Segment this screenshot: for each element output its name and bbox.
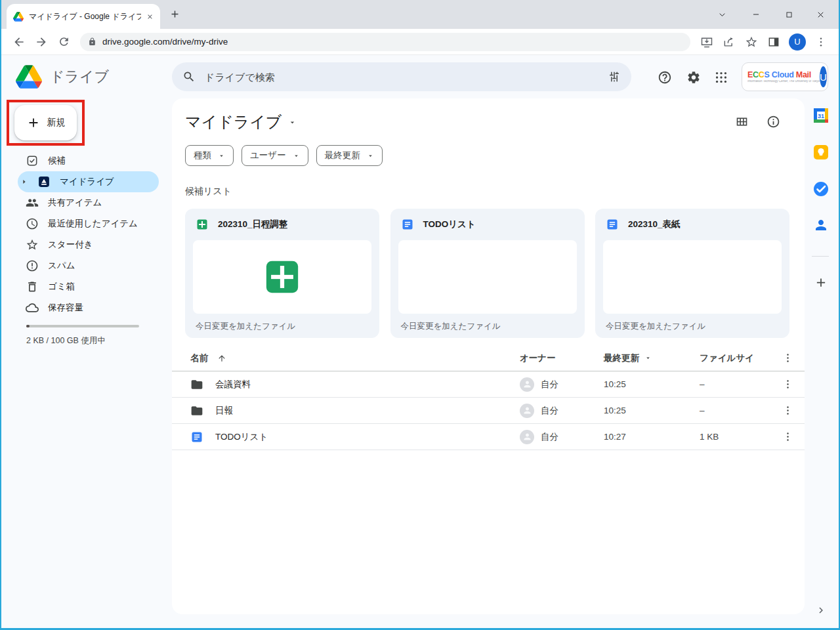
row-more-icon[interactable] xyxy=(770,431,805,442)
sidebar-item-label: 候補 xyxy=(48,155,66,167)
info-icon[interactable] xyxy=(765,114,781,129)
account-chip[interactable]: ECCS Cloud Mail Information Technology C… xyxy=(742,62,828,91)
drive-logo-icon[interactable] xyxy=(16,65,42,89)
new-tab-button[interactable] xyxy=(169,9,180,20)
sidebar-item-trash[interactable]: ゴミ箱 xyxy=(18,276,159,297)
search-input[interactable] xyxy=(205,72,598,83)
install-icon[interactable] xyxy=(696,31,718,53)
keep-icon[interactable] xyxy=(812,144,830,163)
settings-gear-icon[interactable] xyxy=(686,70,702,85)
window-chevron-button[interactable] xyxy=(707,0,736,29)
table-row[interactable]: 会議資料 自分 10:25 – xyxy=(172,371,805,398)
suggested-card-cover[interactable]: 202310_表紙 今日変更を加えたファイル xyxy=(595,209,789,338)
cloud-icon xyxy=(26,301,39,314)
sidebar-item-recent[interactable]: 最近使用したアイテム xyxy=(18,213,159,234)
file-size: 1 KB xyxy=(700,432,719,442)
reload-button[interactable] xyxy=(52,31,75,53)
grid-view-icon[interactable] xyxy=(734,114,749,129)
chip-label: ユーザー xyxy=(250,150,286,161)
sheets-preview-icon xyxy=(263,258,301,296)
owner-avatar xyxy=(520,404,534,418)
sidebar-item-label: 共有アイテム xyxy=(48,197,102,209)
modified-time: 10:25 xyxy=(604,406,626,415)
card-title: 202310_日程調整 xyxy=(218,219,288,230)
header-modified[interactable]: 最終更新 xyxy=(604,352,639,364)
chevron-down-icon xyxy=(293,152,300,159)
back-button[interactable] xyxy=(8,31,30,53)
side-panel-icon[interactable] xyxy=(763,31,785,53)
sort-arrow-up-icon[interactable] xyxy=(217,354,226,363)
lock-icon[interactable] xyxy=(88,37,96,46)
eccs-tagline: Information Technology Center, The Unive… xyxy=(747,80,820,83)
filter-chip-modified[interactable]: 最終更新 xyxy=(316,145,383,166)
tasks-icon[interactable] xyxy=(812,180,830,200)
sidebar-item-starred[interactable]: スター付き xyxy=(18,234,159,255)
tab-close-icon[interactable] xyxy=(146,13,154,20)
expand-arrow-icon[interactable] xyxy=(20,178,28,185)
share-icon[interactable] xyxy=(718,31,740,53)
apps-grid-icon[interactable] xyxy=(713,70,729,85)
docs-file-icon xyxy=(401,218,414,231)
window-maximize-button[interactable] xyxy=(774,0,803,29)
sidebar-item-storage[interactable]: 保存容量 xyxy=(18,297,159,318)
filter-chip-user[interactable]: ユーザー xyxy=(242,145,308,166)
row-more-icon[interactable] xyxy=(770,379,805,390)
card-preview xyxy=(193,240,371,314)
sidebar-item-my-drive[interactable]: マイドライブ xyxy=(18,171,159,192)
browser-navbar: drive.google.com/drive/my-drive U xyxy=(1,29,839,55)
search-icon[interactable] xyxy=(182,70,196,83)
suggested-card-sheet[interactable]: 202310_日程調整 今日変更を加えたファイル xyxy=(185,209,379,338)
help-icon[interactable] xyxy=(657,70,673,85)
forward-button[interactable] xyxy=(30,31,52,53)
table-row[interactable]: TODOリスト 自分 10:27 1 KB xyxy=(172,424,805,450)
browser-menu-icon[interactable] xyxy=(810,31,832,53)
sidebar-item-suggested[interactable]: 候補 xyxy=(18,150,159,171)
bookmark-star-icon[interactable] xyxy=(740,31,763,53)
window-close-button[interactable] xyxy=(806,0,835,29)
sidebar-item-shared[interactable]: 共有アイテム xyxy=(18,192,159,213)
header-owner[interactable]: オーナー xyxy=(520,352,556,364)
owner-name: 自分 xyxy=(541,405,558,417)
table-header-row: 名前 オーナー 最終更新 ファイルサイ xyxy=(172,345,805,371)
storage-usage-text: 2 KB / 100 GB 使用中 xyxy=(26,335,106,346)
header-more-icon[interactable] xyxy=(770,352,805,364)
row-more-icon[interactable] xyxy=(770,405,805,416)
browser-tab[interactable]: マイドライブ - Google ドライブ xyxy=(7,4,160,29)
sidebar-item-spam[interactable]: スパム xyxy=(18,255,159,276)
contacts-icon[interactable] xyxy=(813,217,829,236)
chevron-down-icon xyxy=(218,152,225,159)
header-name[interactable]: 名前 xyxy=(190,352,208,364)
card-title: 202310_表紙 xyxy=(628,219,681,230)
storage-progress-fill xyxy=(26,325,30,327)
browser-profile-avatar[interactable]: U xyxy=(789,33,806,51)
card-preview xyxy=(398,240,577,314)
rail-expand-chevron-icon[interactable] xyxy=(815,604,827,619)
storage-progress-bar xyxy=(26,325,139,327)
side-panel-rail: 31 xyxy=(806,98,836,628)
page-title-row[interactable]: マイドライブ xyxy=(185,112,297,133)
window-minimize-button[interactable] xyxy=(742,0,770,29)
account-avatar[interactable]: U xyxy=(820,66,827,87)
browser-titlebar: マイドライブ - Google ドライブ xyxy=(1,0,839,29)
calendar-icon[interactable]: 31 xyxy=(812,107,830,127)
owner-name: 自分 xyxy=(541,431,558,443)
search-bar[interactable] xyxy=(172,62,631,91)
address-bar[interactable]: drive.google.com/drive/my-drive xyxy=(80,33,690,51)
sidebar-item-label: スター付き xyxy=(48,239,93,251)
sort-caret-down-icon[interactable] xyxy=(644,354,652,362)
card-title: TODOリスト xyxy=(423,219,476,230)
rail-divider xyxy=(812,256,829,257)
spam-icon xyxy=(26,259,39,272)
title-dropdown-icon[interactable] xyxy=(288,118,297,127)
trash-icon xyxy=(26,280,39,293)
filter-chip-type[interactable]: 種類 xyxy=(185,145,234,166)
suggested-card-todo[interactable]: TODOリスト 今日変更を加えたファイル xyxy=(390,209,585,338)
clock-icon xyxy=(26,217,39,230)
sidebar-item-label: 最近使用したアイテム xyxy=(48,218,138,230)
header-size[interactable]: ファイルサイ xyxy=(700,353,754,363)
search-options-icon[interactable] xyxy=(608,70,621,83)
rail-add-icon[interactable] xyxy=(814,276,828,292)
table-row[interactable]: 日報 自分 10:25 – xyxy=(172,398,805,424)
browser-window: マイドライブ - Google ドライブ xyxy=(0,0,840,630)
file-size: – xyxy=(700,379,705,389)
